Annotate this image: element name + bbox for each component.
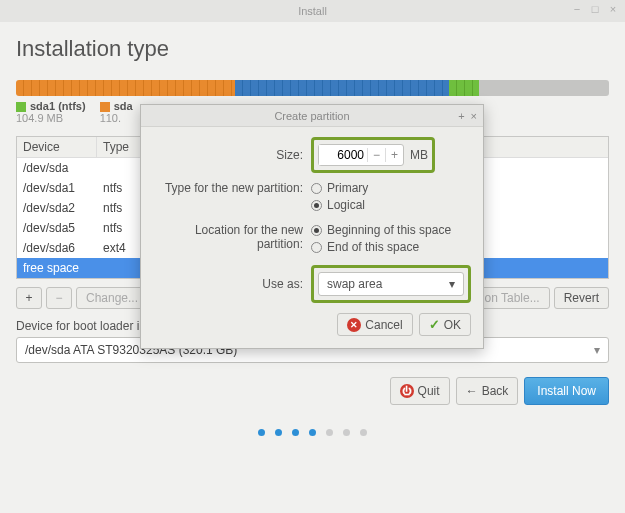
size-minus-button[interactable]: − [367,148,385,162]
use-as-combo[interactable]: swap area ▾ [318,272,464,296]
cancel-icon: ✕ [347,318,361,332]
disk-usage-bar [16,80,609,96]
radio-begin[interactable]: Beginning of this space [311,223,451,237]
size-input[interactable] [319,145,367,165]
window-maximize-icon[interactable]: □ [589,3,601,15]
step-indicator [16,429,609,436]
radio-end[interactable]: End of this space [311,240,451,254]
revert-button[interactable]: Revert [554,287,609,309]
window-titlebar: Install − □ × [0,0,625,22]
check-icon: ✓ [429,317,440,332]
dialog-add-icon[interactable]: + [458,110,464,122]
back-button[interactable]: ←Back [456,377,519,405]
change-partition-button[interactable]: Change... [76,287,148,309]
radio-logical[interactable]: Logical [311,198,368,212]
chevron-down-icon: ▾ [594,343,600,357]
window-title: Install [298,5,327,17]
ok-button[interactable]: ✓OK [419,313,471,336]
location-label: Location for the new partition: [153,223,311,251]
power-icon: ⏻ [400,384,414,398]
col-type[interactable]: Type [97,137,142,157]
create-partition-dialog: Create partition + × Size: − + MB Type f… [140,104,484,349]
remove-partition-button[interactable]: − [46,287,72,309]
type-label: Type for the new partition: [153,181,311,195]
size-unit: MB [410,148,428,162]
quit-button[interactable]: ⏻Quit [390,377,450,405]
size-label: Size: [153,148,311,162]
col-device[interactable]: Device [17,137,97,157]
window-close-icon[interactable]: × [607,3,619,15]
dialog-close-icon[interactable]: × [471,110,477,122]
arrow-left-icon: ← [466,384,478,398]
dialog-title: Create partition [274,110,349,122]
radio-primary[interactable]: Primary [311,181,368,195]
chevron-down-icon: ▾ [449,277,455,291]
install-now-button[interactable]: Install Now [524,377,609,405]
size-plus-button[interactable]: + [385,148,403,162]
size-spinner[interactable]: − + [318,144,404,166]
use-as-label: Use as: [153,277,311,291]
add-partition-button[interactable]: + [16,287,42,309]
page-title: Installation type [16,36,609,62]
window-minimize-icon[interactable]: − [571,3,583,15]
cancel-button[interactable]: ✕Cancel [337,313,412,336]
